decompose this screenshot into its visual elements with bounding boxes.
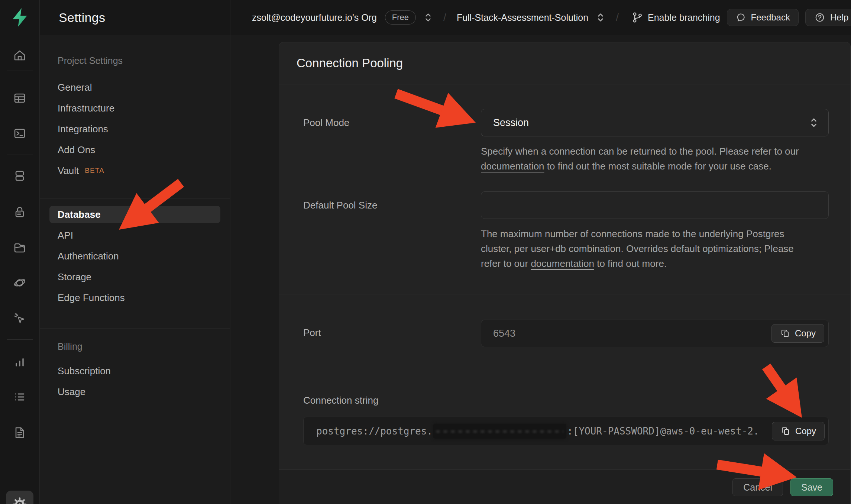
pooling-settings-section: Pool Mode Session Specify when a connec bbox=[279, 84, 850, 294]
feedback-button[interactable]: Feedback bbox=[727, 9, 799, 26]
sidebar-item-home[interactable] bbox=[12, 48, 27, 63]
enable-branching-label: Enable branching bbox=[648, 12, 720, 23]
connection-string-copy-button[interactable]: Copy bbox=[772, 422, 825, 440]
auth-lock-icon bbox=[12, 205, 27, 220]
nav-item-integrations[interactable]: Integrations bbox=[40, 119, 230, 139]
pool-mode-select[interactable]: Session bbox=[481, 109, 829, 136]
port-copy-button[interactable]: Copy bbox=[771, 324, 824, 343]
top-bar: Settings zsolt@codeyourfuture.io's Org F… bbox=[0, 0, 851, 35]
nav-item-infrastructure[interactable]: Infrastructure bbox=[40, 98, 230, 119]
settings-gear-icon bbox=[12, 496, 28, 504]
help-label: Help bbox=[830, 12, 848, 23]
rail-divider bbox=[7, 339, 33, 340]
settings-nav: Project Settings General Infrastructure … bbox=[40, 35, 230, 504]
rail-divider bbox=[7, 71, 33, 71]
org-selector-icon[interactable] bbox=[423, 12, 433, 23]
connection-copy-label: Copy bbox=[795, 426, 816, 436]
connection-string-text: postgres://postgres.:[YOUR-PASSWORD]@aws… bbox=[316, 424, 759, 439]
project-breadcrumb[interactable]: Full-Stack-Assessment-Solution bbox=[457, 12, 588, 23]
nav-item-subscription[interactable]: Subscription bbox=[40, 361, 230, 381]
sidebar-item-storage[interactable] bbox=[12, 240, 27, 255]
port-section: Port Copy bbox=[279, 294, 850, 371]
card-title: Connection Pooling bbox=[297, 56, 403, 70]
cancel-button[interactable]: Cancel bbox=[732, 478, 783, 496]
connection-string-box[interactable]: postgres://postgres.:[YOUR-PASSWORD]@aws… bbox=[303, 417, 829, 445]
sql-editor-icon bbox=[12, 126, 27, 141]
help-button[interactable]: Help bbox=[805, 9, 851, 26]
reports-icon bbox=[12, 354, 27, 369]
nav-item-edge-functions[interactable]: Edge Functions bbox=[40, 287, 230, 308]
enable-branching-button[interactable]: Enable branching bbox=[631, 12, 720, 23]
nav-item-authentication[interactable]: Authentication bbox=[40, 246, 230, 266]
main-content: Connection Pooling Pool Mode Session bbox=[231, 35, 851, 504]
rail-divider bbox=[7, 155, 33, 155]
nav-section-billing: Billing bbox=[58, 340, 230, 353]
nav-item-database-active[interactable]: Database bbox=[40, 204, 230, 225]
pool-mode-description: Specify when a connection can be returne… bbox=[481, 144, 815, 174]
nav-item-usage[interactable]: Usage bbox=[40, 381, 230, 402]
plan-badge: Free bbox=[385, 10, 416, 25]
git-branch-icon bbox=[631, 12, 643, 23]
copy-icon bbox=[780, 328, 790, 339]
sidebar-item-api-docs[interactable] bbox=[12, 425, 27, 440]
chevron-up-down-icon bbox=[809, 117, 819, 129]
save-button[interactable]: Save bbox=[790, 478, 833, 496]
icon-rail bbox=[0, 35, 40, 504]
card-header: Connection Pooling bbox=[279, 42, 850, 84]
sidebar-item-database[interactable] bbox=[12, 168, 27, 183]
storage-icon bbox=[12, 240, 27, 255]
default-pool-size-description: The maximum number of connections made t… bbox=[481, 226, 815, 271]
copy-icon bbox=[780, 426, 791, 436]
sidebar-item-table-editor[interactable] bbox=[12, 91, 27, 106]
logs-icon bbox=[12, 390, 27, 404]
breadcrumb-separator: / bbox=[440, 12, 450, 23]
nav-divider bbox=[40, 328, 230, 329]
documentation-link[interactable]: documentation bbox=[481, 161, 544, 172]
project-selector-icon[interactable] bbox=[596, 12, 605, 23]
home-icon bbox=[12, 48, 27, 63]
database-icon bbox=[12, 168, 27, 183]
nav-section-project-settings: Project Settings bbox=[58, 54, 230, 67]
nav-item-vault[interactable]: Vault BETA bbox=[40, 160, 230, 181]
pool-mode-value: Session bbox=[493, 117, 529, 129]
nav-item-api[interactable]: API bbox=[40, 225, 230, 246]
sidebar-item-advisors[interactable] bbox=[12, 311, 27, 326]
sidebar-item-reports[interactable] bbox=[12, 354, 27, 369]
settings-title-cell: Settings bbox=[40, 0, 230, 35]
nav-item-storage[interactable]: Storage bbox=[40, 266, 230, 287]
default-pool-size-label: Default Pool Size bbox=[279, 191, 481, 271]
topbar-actions: Feedback Help bbox=[727, 9, 851, 26]
connection-pooling-card: Connection Pooling Pool Mode Session bbox=[279, 42, 851, 504]
page-title: Settings bbox=[59, 10, 105, 25]
documentation-link[interactable]: documentation bbox=[531, 258, 594, 269]
supabase-settings-page: Settings zsolt@codeyourfuture.io's Org F… bbox=[0, 0, 851, 504]
beta-badge: BETA bbox=[85, 167, 104, 175]
sidebar-item-logs[interactable] bbox=[12, 390, 27, 404]
connection-string-label: Connection string bbox=[303, 394, 829, 406]
sidebar-item-realtime[interactable] bbox=[12, 275, 27, 290]
card-footer: Cancel Save bbox=[279, 469, 850, 504]
breadcrumb: zsolt@codeyourfuture.io's Org Free / Ful… bbox=[230, 0, 851, 35]
api-docs-icon bbox=[12, 425, 27, 440]
default-pool-size-input[interactable] bbox=[481, 191, 829, 219]
pool-mode-label: Pool Mode bbox=[279, 109, 481, 174]
table-editor-icon bbox=[12, 91, 27, 106]
sidebar-item-settings-active[interactable] bbox=[6, 491, 33, 504]
breadcrumb-separator: / bbox=[612, 12, 622, 23]
feedback-label: Feedback bbox=[751, 12, 790, 23]
sidebar-item-authentication[interactable] bbox=[12, 205, 27, 220]
home-logo-link[interactable] bbox=[0, 0, 40, 35]
help-circle-icon bbox=[814, 12, 826, 23]
port-row: Port Copy bbox=[279, 320, 829, 347]
nav-item-general[interactable]: General bbox=[40, 77, 230, 98]
default-pool-size-row: Default Pool Size The maximum number of … bbox=[279, 191, 829, 271]
sidebar-item-sql-editor[interactable] bbox=[12, 126, 27, 141]
connection-string-section: Connection string postgres://postgres.:[… bbox=[279, 371, 850, 469]
advisors-cursor-icon bbox=[12, 311, 27, 326]
org-breadcrumb[interactable]: zsolt@codeyourfuture.io's Org bbox=[252, 12, 377, 23]
nav-divider bbox=[40, 198, 230, 199]
pool-mode-row: Pool Mode Session Specify when a connec bbox=[279, 109, 829, 174]
port-copy-label: Copy bbox=[795, 328, 816, 339]
speech-bubble-icon bbox=[735, 12, 747, 23]
nav-item-add-ons[interactable]: Add Ons bbox=[40, 139, 230, 160]
